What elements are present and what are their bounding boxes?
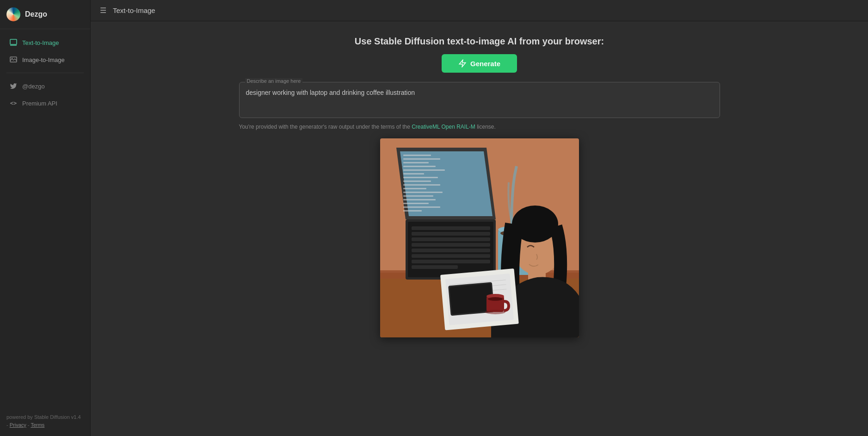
footer-links: - Privacy - Terms — [6, 421, 84, 430]
sidebar-item-twitter[interactable]: @dezgo — [3, 78, 87, 94]
api-icon: <> — [9, 99, 18, 107]
content-area: Use Stable Diffusion text-to-image AI fr… — [91, 21, 868, 436]
license-link[interactable]: CreativeML Open RAIL-M — [412, 124, 475, 130]
sidebar-item-image-to-image-label: Image-to-Image — [22, 56, 65, 63]
menu-icon[interactable]: ☰ — [100, 6, 106, 15]
svg-rect-58 — [380, 138, 579, 337]
prompt-container: Describe an image here — [239, 82, 720, 118]
generate-button[interactable]: Generate — [442, 54, 517, 73]
sidebar-item-image-to-image[interactable]: Image-to-Image — [3, 51, 87, 68]
dezgo-logo — [6, 7, 20, 21]
sidebar-header: Dezgo — [0, 0, 90, 29]
svg-point-3 — [12, 58, 12, 59]
api-label: Premium API — [22, 100, 57, 107]
text-to-image-icon — [9, 38, 18, 47]
illustration-svg — [380, 138, 579, 337]
license-text: You're provided with the generator's raw… — [239, 124, 720, 130]
twitter-icon — [9, 82, 18, 90]
image-to-image-icon — [9, 56, 18, 64]
generated-image — [380, 138, 579, 337]
sidebar-footer: powered by Stable Diffusion v1.4 - Priva… — [0, 407, 90, 436]
main-area: ☰ Text-to-Image Use Stable Diffusion tex… — [91, 0, 868, 436]
generate-icon — [458, 59, 467, 68]
page-heading: Use Stable Diffusion text-to-image AI fr… — [355, 36, 604, 47]
app-name: Dezgo — [25, 10, 47, 19]
sidebar: Dezgo Text-to-Image Image-to-Image — [0, 0, 91, 436]
privacy-link[interactable]: Privacy — [10, 422, 26, 428]
prompt-label: Describe an image here — [245, 78, 303, 84]
sidebar-nav: Text-to-Image Image-to-Image @dezgo < — [0, 29, 90, 407]
prompt-input[interactable] — [246, 89, 713, 111]
sidebar-item-text-to-image[interactable]: Text-to-Image — [3, 34, 87, 51]
twitter-label: @dezgo — [22, 83, 45, 90]
svg-rect-0 — [10, 39, 17, 44]
powered-by-text: powered by Stable Diffusion v1.4 — [6, 413, 84, 422]
sidebar-item-api[interactable]: <> Premium API — [3, 95, 87, 112]
topbar: ☰ Text-to-Image — [91, 0, 868, 21]
terms-link[interactable]: Terms — [31, 422, 44, 428]
nav-divider — [6, 73, 84, 73]
sidebar-item-text-to-image-label: Text-to-Image — [22, 39, 59, 46]
svg-marker-4 — [459, 60, 466, 67]
topbar-title: Text-to-Image — [113, 6, 155, 14]
prompt-box: Describe an image here — [239, 82, 720, 118]
